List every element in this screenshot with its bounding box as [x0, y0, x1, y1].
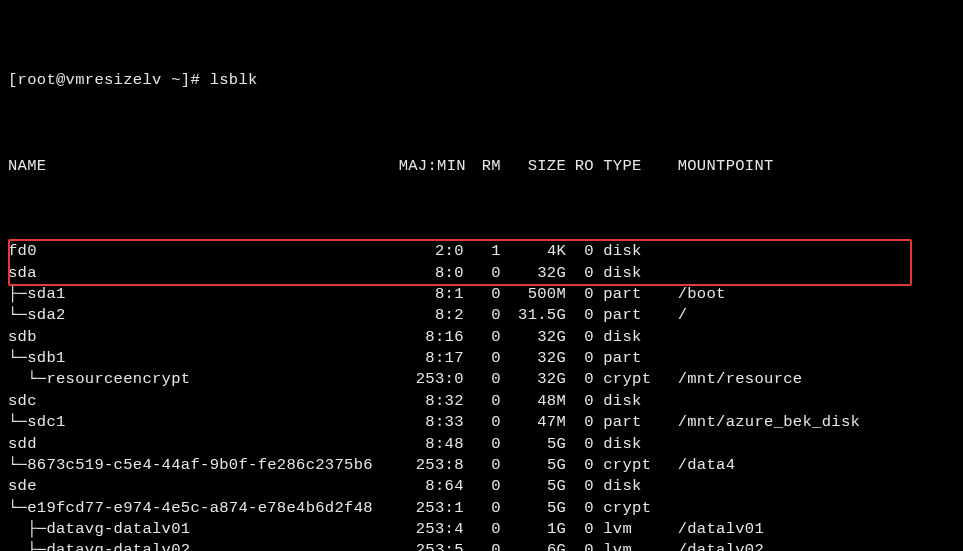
cell-name: ├─datavg-datalv02: [8, 540, 399, 551]
col-type: TYPE: [594, 156, 659, 177]
device-name: datavg-datalv01: [46, 520, 190, 538]
cell-ro: 0: [566, 241, 594, 262]
cell-ro: 0: [566, 476, 594, 497]
cell-name: fd0: [8, 241, 399, 262]
cell-majmin: 253:5: [399, 540, 464, 551]
lsblk-row: ├─sda18:10500M0part/boot: [8, 284, 955, 305]
cell-mountpoint: /: [659, 305, 882, 326]
cell-majmin: 253:8: [399, 455, 464, 476]
device-name: sda: [8, 264, 37, 282]
col-mountpoint: MOUNTPOINT: [659, 156, 882, 177]
cell-majmin: 8:32: [399, 391, 464, 412]
tree-prefix: └─: [8, 306, 27, 324]
cell-name: sde: [8, 476, 399, 497]
cell-ro: 0: [566, 348, 594, 369]
device-name: 8673c519-c5e4-44af-9b0f-fe286c2375b6: [27, 456, 373, 474]
cell-ro: 0: [566, 498, 594, 519]
cell-ro: 0: [566, 455, 594, 476]
cell-majmin: 8:17: [399, 348, 464, 369]
command-line: [root@vmresizelv ~]# lsblk: [8, 70, 955, 91]
cell-majmin: 2:0: [399, 241, 464, 262]
cell-majmin: 8:48: [399, 434, 464, 455]
cell-rm: 0: [464, 434, 501, 455]
cell-rm: 0: [464, 498, 501, 519]
tree-prefix: ├─: [8, 541, 46, 551]
cell-majmin: 8:1: [399, 284, 464, 305]
cell-majmin: 8:33: [399, 412, 464, 433]
cell-size: 48M: [501, 391, 566, 412]
cell-rm: 1: [464, 241, 501, 262]
tree-prefix: └─: [8, 349, 27, 367]
lsblk-row: sdb8:16032G0disk: [8, 327, 955, 348]
cell-ro: 0: [566, 412, 594, 433]
lsblk-row: ├─datavg-datalv02253:506G0lvm/datalv02: [8, 540, 955, 551]
lsblk-row: └─sdc18:33047M0part/mnt/azure_bek_disk: [8, 412, 955, 433]
cell-size: 5G: [501, 455, 566, 476]
col-rm: RM: [464, 156, 501, 177]
cell-rm: 0: [464, 391, 501, 412]
cell-size: 4K: [501, 241, 566, 262]
cell-ro: 0: [566, 519, 594, 540]
cell-size: 500M: [501, 284, 566, 305]
tree-prefix: ├─: [8, 285, 27, 303]
cell-ro: 0: [566, 263, 594, 284]
cell-rm: 0: [464, 519, 501, 540]
cell-ro: 0: [566, 434, 594, 455]
col-size: SIZE: [501, 156, 566, 177]
cell-rm: 0: [464, 327, 501, 348]
cell-type: disk: [594, 263, 659, 284]
command-text: lsblk: [210, 71, 258, 89]
lsblk-row: └─8673c519-c5e4-44af-9b0f-fe286c2375b625…: [8, 455, 955, 476]
cell-type: part: [594, 284, 659, 305]
tree-prefix: ├─: [8, 520, 46, 538]
cell-type: lvm: [594, 540, 659, 551]
cell-size: 31.5G: [501, 305, 566, 326]
cell-size: 32G: [501, 327, 566, 348]
cell-mountpoint: /mnt/azure_bek_disk: [659, 412, 882, 433]
cell-type: crypt: [594, 455, 659, 476]
cell-size: 5G: [501, 498, 566, 519]
cell-mountpoint: /boot: [659, 284, 882, 305]
cell-type: lvm: [594, 519, 659, 540]
tree-prefix: └─: [8, 413, 27, 431]
col-majmin: MAJ:MIN: [399, 156, 464, 177]
cell-name: └─sdc1: [8, 412, 399, 433]
cell-rm: 0: [464, 412, 501, 433]
cell-type: disk: [594, 327, 659, 348]
cell-size: 5G: [501, 476, 566, 497]
cell-rm: 0: [464, 305, 501, 326]
cell-name: └─e19fcd77-e974-4e5c-a874-e78e4b6d2f48: [8, 498, 399, 519]
lsblk-row: └─sda28:2031.5G0part/: [8, 305, 955, 326]
cell-name: sdb: [8, 327, 399, 348]
tree-prefix: └─: [8, 499, 27, 517]
cell-size: 5G: [501, 434, 566, 455]
shell-prompt: [root@vmresizelv ~]#: [8, 71, 210, 89]
lsblk-row: sdc8:32048M0disk: [8, 391, 955, 412]
cell-type: disk: [594, 241, 659, 262]
device-name: sda2: [27, 306, 65, 324]
cell-rm: 0: [464, 284, 501, 305]
cell-name: └─resourceencrypt: [8, 369, 399, 390]
cell-rm: 0: [464, 540, 501, 551]
cell-name: sdd: [8, 434, 399, 455]
lsblk-row: sdd8:4805G0disk: [8, 434, 955, 455]
device-name: datavg-datalv02: [46, 541, 190, 551]
cell-size: 32G: [501, 348, 566, 369]
lsblk-row: fd02:014K0disk: [8, 241, 955, 262]
cell-majmin: 8:0: [399, 263, 464, 284]
cell-rm: 0: [464, 476, 501, 497]
device-name: sdb: [8, 328, 37, 346]
cell-mountpoint: /datalv01: [659, 519, 882, 540]
lsblk-row: └─resourceencrypt253:0032G0crypt/mnt/res…: [8, 369, 955, 390]
cell-ro: 0: [566, 540, 594, 551]
device-name: e19fcd77-e974-4e5c-a874-e78e4b6d2f48: [27, 499, 373, 517]
cell-type: crypt: [594, 369, 659, 390]
cell-size: 32G: [501, 369, 566, 390]
cell-type: disk: [594, 391, 659, 412]
cell-majmin: 8:64: [399, 476, 464, 497]
cell-type: part: [594, 412, 659, 433]
cell-name: ├─datavg-datalv01: [8, 519, 399, 540]
lsblk-row: └─sdb18:17032G0part: [8, 348, 955, 369]
cell-name: └─sdb1: [8, 348, 399, 369]
cell-name: sda: [8, 263, 399, 284]
